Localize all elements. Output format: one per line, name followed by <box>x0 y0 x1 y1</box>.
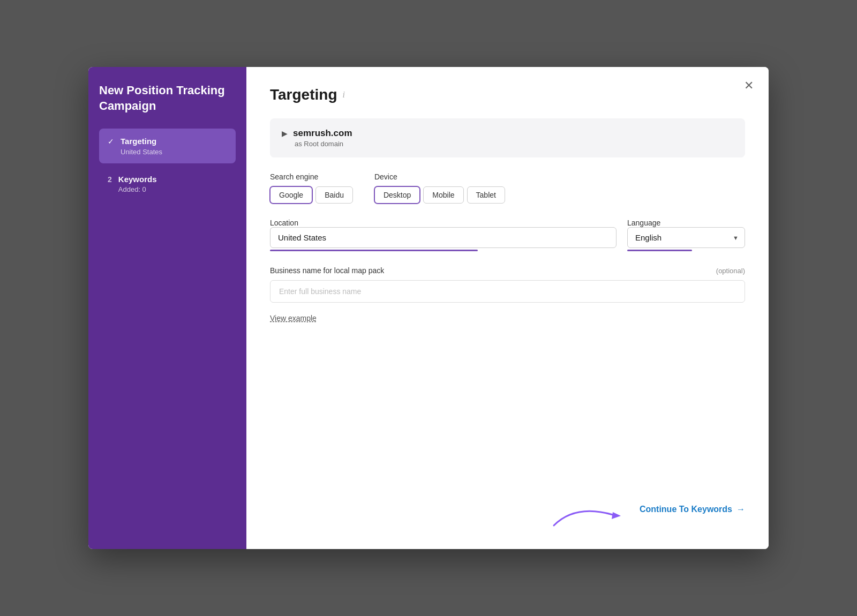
domain-info: semrush.com <box>293 128 352 139</box>
continue-section: Continue To Keywords → <box>543 493 745 525</box>
page-title-text: Targeting <box>270 86 337 103</box>
continue-button[interactable]: Continue To Keywords → <box>640 505 745 514</box>
search-engine-label: Search engine <box>270 172 353 181</box>
search-engine-buttons: Google Baidu <box>270 186 353 204</box>
close-button[interactable]: ✕ <box>742 78 756 94</box>
google-button[interactable]: Google <box>270 186 312 204</box>
language-group: Language English Spanish French German <box>627 219 745 251</box>
sidebar-item-targeting[interactable]: ✓ Targeting United States <box>99 129 236 163</box>
search-engine-group: Search engine Google Baidu <box>270 172 353 204</box>
sidebar-item-keywords-content: Keywords Added: 0 <box>118 174 157 194</box>
location-label: Location <box>270 219 617 227</box>
business-section: Business name for local map pack (option… <box>270 266 745 303</box>
info-icon[interactable]: i <box>342 90 344 100</box>
sidebar-item-keywords-label: Keywords <box>118 174 157 185</box>
sidebar-item-keywords[interactable]: 2 Keywords Added: 0 <box>99 167 236 201</box>
tablet-button[interactable]: Tablet <box>467 186 505 204</box>
svg-marker-0 <box>612 512 621 519</box>
chevron-right-icon: ▶ <box>282 129 288 138</box>
sidebar-item-keywords-number: 2 <box>108 175 112 184</box>
domain-name: semrush.com <box>293 128 352 139</box>
location-underline <box>270 250 478 251</box>
desktop-button[interactable]: Desktop <box>374 186 420 204</box>
sidebar-item-targeting-label: Targeting <box>121 136 162 147</box>
language-select-wrapper: English Spanish French German <box>627 227 745 248</box>
sidebar-item-targeting-sublabel: United States <box>121 148 162 156</box>
sidebar-item-keywords-sublabel: Added: 0 <box>118 185 157 193</box>
check-icon: ✓ <box>108 137 114 146</box>
language-underline <box>627 250 692 251</box>
optional-text: (optional) <box>716 267 745 275</box>
device-buttons: Desktop Mobile Tablet <box>374 186 505 204</box>
device-label: Device <box>374 172 505 181</box>
sidebar-title: New Position Tracking Campaign <box>99 83 236 114</box>
business-label-row: Business name for local map pack (option… <box>270 266 745 275</box>
business-input[interactable] <box>270 280 745 303</box>
sidebar: New Position Tracking Campaign ✓ Targeti… <box>88 67 246 549</box>
language-label: Language <box>627 219 745 227</box>
location-input[interactable] <box>270 227 617 248</box>
baidu-button[interactable]: Baidu <box>315 186 353 204</box>
curved-arrow-decoration <box>543 493 640 531</box>
domain-card[interactable]: ▶ semrush.com as Root domain <box>270 118 745 157</box>
page-title: Targeting i <box>270 86 745 103</box>
domain-type: as Root domain <box>295 140 733 148</box>
search-device-row: Search engine Google Baidu Device Deskto… <box>270 172 745 204</box>
continue-label: Continue To Keywords <box>640 505 732 514</box>
modal-wrapper: New Position Tracking Campaign ✓ Targeti… <box>88 67 769 549</box>
language-select[interactable]: English Spanish French German <box>627 227 745 248</box>
business-label: Business name for local map pack <box>270 266 384 275</box>
location-group: Location <box>270 219 617 251</box>
domain-card-inner: ▶ semrush.com <box>282 128 733 139</box>
mobile-button[interactable]: Mobile <box>423 186 463 204</box>
device-group: Device Desktop Mobile Tablet <box>374 172 505 204</box>
continue-arrow-icon: → <box>736 505 745 514</box>
main-content: ✕ Targeting i ▶ semrush.com as Root doma… <box>246 67 769 549</box>
view-example-link[interactable]: View example <box>270 314 317 322</box>
sidebar-item-targeting-content: Targeting United States <box>121 136 162 156</box>
location-language-row: Location Language English Spanish French… <box>270 219 745 251</box>
